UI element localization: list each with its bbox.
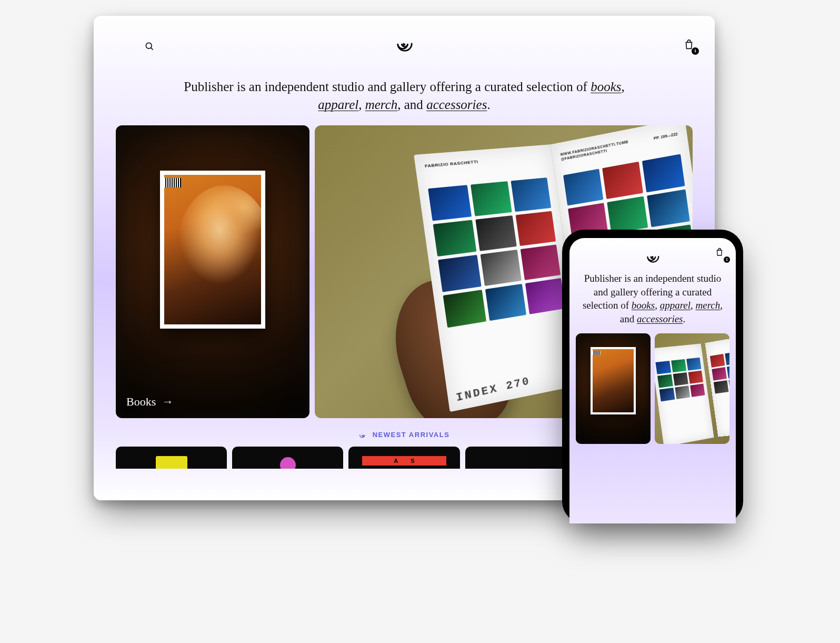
phone-magazine-cover: Fact <box>591 347 636 414</box>
tagline-sep: , <box>655 300 660 311</box>
phone-open-magazine <box>655 336 729 444</box>
phone-page-left <box>655 343 714 444</box>
phone-cards: Fact <box>569 333 736 444</box>
cart-button[interactable]: 1 <box>715 248 727 260</box>
card-books-label-text: Books <box>126 395 156 408</box>
arrival-chip-label: AS <box>362 456 446 466</box>
newest-arrivals-label: NEWEST ARRIVALS <box>373 431 450 438</box>
page-thumbs <box>655 357 705 401</box>
logo-spiral-icon[interactable] <box>645 249 661 264</box>
barcode-icon <box>592 351 601 355</box>
spiral-small-icon <box>359 431 367 439</box>
hero-tagline: Publisher is an independent studio and g… <box>162 63 646 125</box>
phone-card-magazine[interactable] <box>655 333 729 444</box>
phone-card-books[interactable]: Fact <box>576 333 651 444</box>
phone-screen: 1 Publisher is an independent studio and… <box>569 238 736 523</box>
tagline-link-merch[interactable]: merch <box>696 300 721 311</box>
arrow-right-icon: → <box>162 395 174 408</box>
tagline-link-books[interactable]: books <box>591 80 621 94</box>
search-icon[interactable] <box>144 41 155 52</box>
stage: 1 Publisher is an independent studio and… <box>94 16 746 521</box>
cart-badge: 1 <box>724 256 730 263</box>
page-pp: PP. 199—222 <box>654 132 678 140</box>
logo-spiral-icon[interactable] <box>394 34 414 54</box>
tagline-sep: , <box>691 300 696 311</box>
page-author: FABRIZIO RASCHETTI <box>425 160 478 169</box>
cart-button[interactable]: 1 <box>683 39 696 52</box>
page-thumbs <box>428 177 565 328</box>
arrival-chip[interactable]: AS <box>348 447 459 469</box>
svg-line-1 <box>151 48 153 50</box>
cover-brand: Fact <box>160 234 165 281</box>
tagline-link-apparel[interactable]: apparel <box>660 300 691 311</box>
cover-brand: Fact <box>591 373 593 394</box>
header: 1 <box>94 16 715 63</box>
card-books[interactable]: Fact Books → <box>116 125 309 418</box>
barcode-icon <box>163 178 181 187</box>
svg-point-0 <box>146 43 152 48</box>
card-books-label: Books → <box>126 395 174 409</box>
tagline-link-accessories[interactable]: accessories <box>426 97 487 112</box>
arrival-chip[interactable] <box>465 447 576 469</box>
page-index: INDEX 270 <box>455 375 531 404</box>
tagline-sep: , <box>622 80 625 94</box>
phone-header: 1 <box>569 238 736 268</box>
arrival-chip[interactable] <box>232 447 343 469</box>
tagline-link-apparel[interactable]: apparel <box>318 97 358 112</box>
cover-portrait <box>177 185 265 312</box>
arrival-chip[interactable] <box>116 447 227 469</box>
page-web: WWW.FABRIZIORASCHETTI.TUMB @FABRIZIORASC… <box>560 139 629 162</box>
tagline-period: . <box>683 313 686 324</box>
tagline-link-accessories[interactable]: accessories <box>637 313 683 324</box>
tagline-link-merch[interactable]: merch <box>365 97 398 112</box>
tagline-period: . <box>487 97 490 112</box>
phone-tagline: Publisher is an independent studio and g… <box>569 268 736 333</box>
tagline-link-books[interactable]: books <box>632 300 655 311</box>
tagline-and: , and <box>397 97 426 112</box>
magazine-cover: Fact <box>160 171 265 329</box>
phone-mock: 1 Publisher is an independent studio and… <box>562 230 743 523</box>
cart-badge: 1 <box>692 47 699 55</box>
tagline-sep: , <box>358 97 365 112</box>
tagline-text: Publisher is an independent studio and g… <box>184 80 591 94</box>
page-thumbs <box>710 349 729 393</box>
